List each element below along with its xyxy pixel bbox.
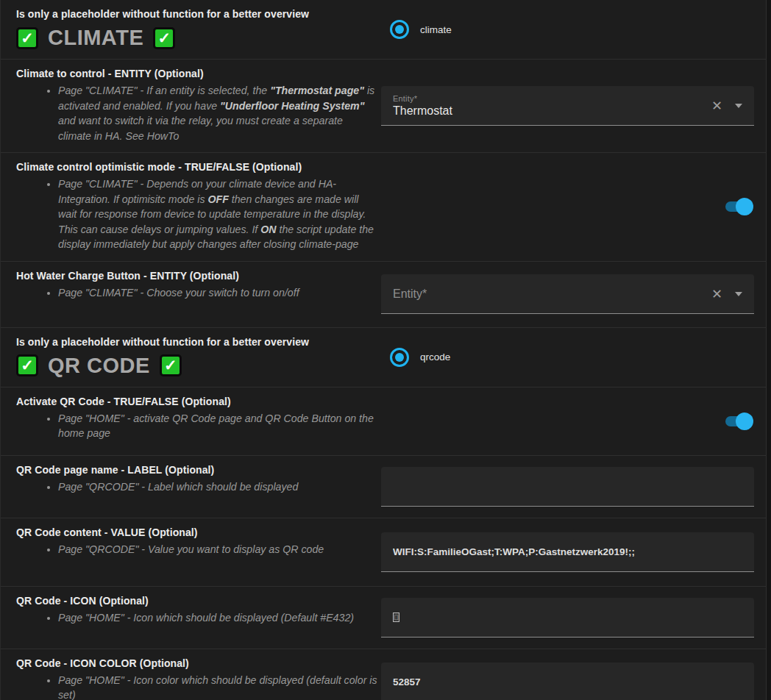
field-label: Entity* (393, 288, 711, 301)
row-title: QR Code content - VALUE (Optional) (16, 526, 378, 540)
row-title: Activate QR Code - TRUE/FALSE (Optional) (16, 395, 378, 409)
radio-button-icon[interactable] (390, 20, 409, 39)
placeholder-note: Is only a placeholder without function f… (16, 335, 378, 349)
config-row-qrcode-content: QR Code content - VALUE (Optional) Page … (1, 518, 766, 586)
toggle-activate-qrcode[interactable] (725, 413, 753, 430)
missing-glyph-icon:  (393, 612, 399, 622)
radio-button-icon[interactable] (390, 348, 409, 367)
row-title: QR Code page name - LABEL (Optional) (16, 463, 378, 477)
radio-label: qrcode (420, 351, 450, 362)
clear-icon[interactable]: ✕ (711, 288, 722, 301)
chevron-down-icon[interactable] (735, 292, 742, 296)
row-description: Page "CLIMATE" - If an entity is selecte… (16, 83, 378, 143)
row-description: Page "QRCODE" - Value you want to displa… (16, 542, 378, 557)
bullet-line: Page "HOME" - Icon color which should be… (58, 673, 378, 700)
config-row-qrcode-icon-color: QR Code - ICON COLOR (Optional) Page "HO… (1, 649, 766, 700)
section-heading-climate: ✓ CLIMATE ✓ (16, 26, 378, 49)
qrcode-content-input[interactable] (381, 532, 754, 572)
radio-label: climate (420, 24, 452, 35)
row-description: Page "HOME" - Icon color which should be… (16, 673, 378, 700)
config-row-optimistic-mode: Climate control optimistic mode - TRUE/F… (1, 152, 766, 261)
row-title: QR Code - ICON (Optional) (16, 594, 378, 608)
config-row-qrcode-page-name: QR Code page name - LABEL (Optional) Pag… (1, 455, 766, 518)
toggle-optimistic-mode[interactable] (725, 198, 753, 215)
check-emoji-icon: ✓ (153, 27, 175, 49)
check-emoji-icon: ✓ (16, 27, 38, 49)
bullet-line: Page "CLIMATE" - Choose your switch to t… (58, 285, 378, 301)
entity-select-empty[interactable]: Entity* ✕ (381, 274, 754, 314)
scrollbar-track[interactable] (767, 0, 771, 700)
bullet-line: Page "HOME" - activate QR Code page and … (58, 411, 378, 441)
row-description: Page "CLIMATE" - Depends on your climate… (16, 176, 378, 252)
qrcode-icon-color-input[interactable] (381, 662, 754, 700)
config-row-activate-qrcode: Activate QR Code - TRUE/FALSE (Optional)… (1, 387, 766, 455)
bullet-line: Page "QRCODE" - Label which should be di… (58, 479, 378, 495)
qrcode-icon-input[interactable]:  (381, 598, 754, 638)
section-heading-text: CLIMATE (48, 26, 143, 49)
row-title: Climate to control - ENTITY (Optional) (16, 67, 378, 81)
row-description: Page "HOME" - activate QR Code page and … (16, 411, 378, 441)
row-title: Climate control optimistic mode - TRUE/F… (16, 160, 378, 174)
clear-icon[interactable]: ✕ (711, 99, 722, 113)
row-title: QR Code - ICON COLOR (Optional) (16, 657, 378, 671)
bullet-line: Page "CLIMATE" - Depends on your climate… (58, 176, 378, 252)
blueprint-config-card: Is only a placeholder without function f… (0, 0, 767, 700)
placeholder-note: Is only a placeholder without function f… (16, 7, 378, 21)
config-row-hot-water-entity: Hot Water Charge Button - ENTITY (Option… (1, 261, 766, 327)
entity-select-thermostat[interactable]: Entity* Thermostat ✕ (381, 86, 754, 126)
bullet-line: Page "QRCODE" - Value you want to displa… (58, 542, 378, 557)
bullet-line: Page "HOME" - Icon which should be displ… (58, 610, 378, 626)
row-title: Hot Water Charge Button - ENTITY (Option… (16, 269, 378, 283)
radio-option-qrcode[interactable]: qrcode (390, 348, 450, 367)
check-emoji-icon: ✓ (160, 354, 182, 376)
config-row-climate-header: Is only a placeholder without function f… (1, 0, 766, 59)
field-label: Entity* (393, 94, 711, 103)
field-value: Thermostat (393, 104, 711, 118)
config-row-qrcode-header: Is only a placeholder without function f… (1, 327, 766, 387)
qrcode-page-name-input[interactable] (381, 467, 754, 507)
bullet-line: Page "CLIMATE" - If an entity is selecte… (58, 83, 378, 143)
config-row-climate-entity: Climate to control - ENTITY (Optional) P… (1, 59, 766, 152)
row-description: Page "CLIMATE" - Choose your switch to t… (16, 285, 378, 301)
section-heading-qrcode: ✓ QR CODE ✓ (16, 354, 378, 377)
config-row-qrcode-icon: QR Code - ICON (Optional) Page "HOME" - … (1, 586, 766, 649)
row-description: Page "QRCODE" - Label which should be di… (16, 479, 378, 495)
check-emoji-icon: ✓ (16, 354, 38, 376)
chevron-down-icon[interactable] (735, 104, 742, 108)
radio-option-climate[interactable]: climate (390, 20, 452, 39)
row-description: Page "HOME" - Icon which should be displ… (16, 610, 378, 626)
section-heading-text: QR CODE (48, 354, 150, 377)
